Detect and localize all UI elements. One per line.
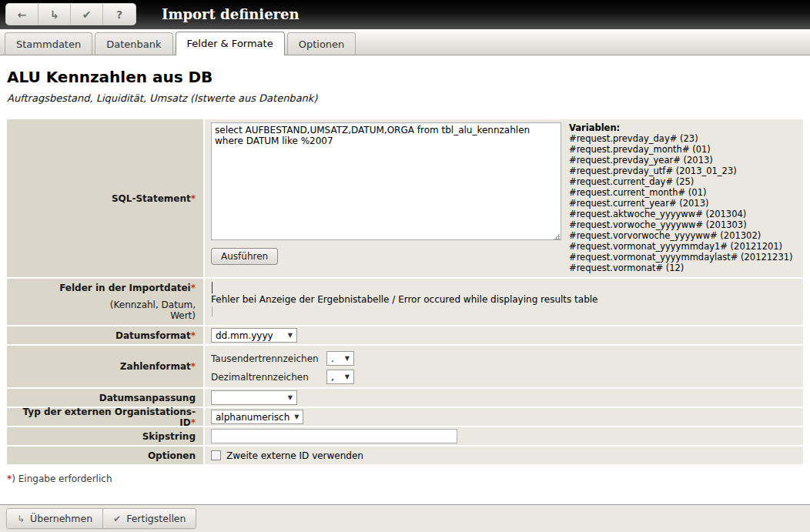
required-footnote-text: ) Eingabe erforderlich [12, 473, 112, 484]
import-form: SQL-Statement* select AUFBESTAND,UMSATZ,… [7, 119, 803, 464]
cursor-artifact [212, 306, 213, 316]
tab-bar: Stammdaten Datenbank Felder & Formate Op… [0, 29, 810, 55]
thousands-separator-value: . [331, 353, 334, 364]
required-footnote: *) Eingabe erforderlich [7, 473, 810, 484]
page-title: ALU Kennzahlen aus DB [7, 68, 810, 86]
date-adjustment-label-text: Datumsanpassung [99, 393, 196, 403]
window-title: Import definieren [162, 0, 300, 28]
apply-button-label: Übernehmen [30, 513, 92, 524]
skipstring-input[interactable] [211, 429, 457, 443]
number-format-label: Zahlenformat* [7, 346, 203, 387]
sql-statement-label-text: SQL-Statement [112, 193, 191, 204]
variable-item: #request.vormonat_yyyymmday1# (20121201) [569, 241, 793, 252]
chevron-down-icon: ▼ [345, 355, 350, 362]
options-label: Optionen [7, 447, 203, 464]
chevron-down-icon: ▼ [288, 332, 293, 339]
sql-statement-label: SQL-Statement* [7, 119, 203, 277]
page-subtitle: Auftragsbestand, Liquidität, Umsatz (Ist… [7, 92, 810, 104]
thousands-separator-label: Tausendertrennzeichen [211, 353, 326, 364]
import-fields-input[interactable] [212, 282, 213, 293]
form-row-date-format: Datumsformat* dd.mm.yyyy ▼ [7, 326, 803, 344]
form-row-date-adjustment: Datumsanpassung ▼ [7, 389, 803, 407]
date-adjustment-label: Datumsanpassung [7, 389, 203, 407]
options-label-text: Optionen [148, 450, 196, 461]
variable-item: #request.vorvorwoche_yyyyww# (201302) [569, 230, 793, 241]
apply-button[interactable]: ↳ Übernehmen [7, 509, 103, 528]
decimal-separator-value: , [331, 372, 334, 383]
date-format-label: Datumsformat* [7, 326, 203, 344]
import-fields-hint-line1: (Kennzahl, Datum, [110, 299, 196, 310]
required-marker: * [191, 361, 196, 372]
form-row-sql: SQL-Statement* select AUFBESTAND,UMSATZ,… [7, 119, 803, 277]
import-fields-label: Felder in der Importdatei* (Kennzahl, Da… [7, 279, 203, 325]
variable-item: #request.current_month# (01) [569, 187, 793, 198]
required-marker: * [191, 330, 196, 341]
apply-arrow-icon: ↳ [17, 514, 25, 524]
date-adjustment-select[interactable]: ▼ [211, 390, 297, 405]
tab-optionen[interactable]: Optionen [287, 32, 356, 55]
form-row-import-fields: Felder in der Importdatei* (Kennzahl, Da… [7, 279, 803, 325]
second-external-id-checkbox[interactable] [211, 450, 221, 460]
org-id-type-label-text: Typ der externen Organistations-ID [23, 407, 196, 428]
form-row-org-id-type: Typ der externen Organistations-ID* alph… [7, 408, 803, 426]
form-row-number-format: Zahlenformat* Tausendertrennzeichen . ▼ … [7, 346, 803, 387]
date-format-cell: dd.mm.yyyy ▼ [205, 326, 803, 344]
variable-item: #request.vormonat# (12) [569, 263, 793, 273]
sql-statement-textarea[interactable]: select AUFBESTAND,UMSATZ,DATUM,ORGA from… [211, 122, 561, 240]
variable-item: #request.current_year# (2013) [569, 198, 793, 209]
number-format-cell: Tausendertrennzeichen . ▼ Dezimaltrennze… [205, 346, 803, 387]
tab-datenbank[interactable]: Datenbank [95, 32, 172, 55]
org-id-type-value: alphanumerisch [216, 412, 290, 423]
variable-item: #request.aktwoche_yyyyww# (201304) [569, 209, 793, 219]
variables-panel: Variablen: #request.prevday_day# (23) #r… [569, 122, 793, 274]
footer-button-group: ↳ Übernehmen ✔ Fertigstellen [6, 508, 196, 529]
import-fields-label-text: Felder in der Importdatei [59, 283, 191, 293]
tab-stammdaten[interactable]: Stammdaten [5, 32, 92, 55]
chevron-down-icon: ▼ [345, 373, 350, 380]
apply-arrow-icon[interactable]: ↳ [38, 4, 71, 25]
chevron-down-icon: ▼ [294, 413, 299, 420]
date-adjustment-cell: ▼ [205, 389, 803, 407]
required-marker: * [191, 193, 196, 204]
decimal-separator-label: Dezimaltrennzeichen [211, 372, 326, 383]
variable-item: #request.prevday_utf# (2013_01_23) [569, 166, 793, 176]
variables-title: Variablen: [569, 122, 793, 133]
finish-button-label: Fertigstellen [126, 513, 186, 524]
skipstring-label-text: Skipstring [142, 431, 196, 442]
number-format-label-text: Zahlenformat [120, 361, 191, 372]
back-arrow-icon[interactable]: ← [6, 4, 38, 25]
execute-button[interactable]: Ausführen [211, 248, 278, 265]
confirm-check-icon[interactable]: ✔ [71, 4, 103, 25]
options-cell: Zweite externe ID verwenden [205, 447, 803, 464]
required-marker: * [191, 283, 196, 293]
variable-item: #request.current_day# (25) [569, 176, 793, 187]
second-external-id-checkbox-label: Zweite externe ID verwenden [226, 450, 363, 461]
finish-check-icon: ✔ [113, 514, 121, 524]
date-format-select[interactable]: dd.mm.yyyy ▼ [211, 328, 297, 343]
help-icon[interactable]: ? [103, 4, 136, 25]
variable-item: #request.vormonat_yyyymmdaylast# (201212… [569, 252, 793, 263]
variable-item: #request.prevday_day# (23) [569, 133, 793, 144]
form-row-options: Optionen Zweite externe ID verwenden [7, 447, 803, 464]
finish-button[interactable]: ✔ Fertigstellen [103, 509, 196, 528]
footer-bar: ↳ Übernehmen ✔ Fertigstellen [0, 504, 810, 532]
date-format-label-text: Datumsformat [115, 330, 191, 341]
org-id-type-label: Typ der externen Organistations-ID* [7, 408, 203, 426]
required-marker: * [191, 417, 196, 428]
sql-statement-cell: select AUFBESTAND,UMSATZ,DATUM,ORGA from… [205, 119, 803, 277]
app-header: ← ↳ ✔ ? Import definieren [0, 0, 810, 29]
variable-item: #request.vorwoche_yyyyww# (201303) [569, 219, 793, 230]
org-id-type-cell: alphanumerisch ▼ [205, 408, 803, 426]
org-id-type-select[interactable]: alphanumerisch ▼ [211, 410, 303, 424]
decimal-separator-select[interactable]: , ▼ [326, 370, 354, 384]
import-fields-hint-line2: Wert) [110, 310, 196, 321]
thousands-separator-select[interactable]: . ▼ [326, 351, 354, 366]
chevron-down-icon: ▼ [288, 394, 293, 401]
variable-item: #request.prevday_month# (01) [569, 144, 793, 155]
form-row-skipstring: Skipstring [7, 427, 803, 445]
tab-felder-formate[interactable]: Felder & Formate [176, 32, 285, 55]
header-toolbar: ← ↳ ✔ ? [6, 4, 136, 25]
variable-item: #request.prevday_year# (2013) [569, 155, 793, 166]
date-format-value: dd.mm.yyyy [216, 330, 273, 341]
results-error-text: Fehler bei Anzeige der Ergebnistabelle /… [211, 294, 797, 305]
